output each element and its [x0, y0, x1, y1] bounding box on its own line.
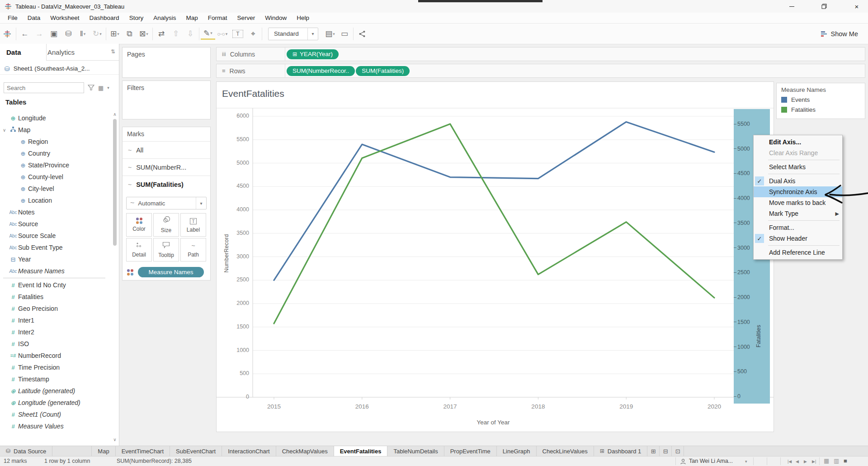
go-next-icon[interactable]: ▶	[804, 459, 807, 464]
close-button[interactable]: ×	[846, 0, 867, 13]
show-hide-cards-icon[interactable]: ▤▾	[323, 27, 337, 41]
mark-type-dropdown[interactable]: ~ Automatic ▾	[126, 197, 207, 209]
field-year[interactable]: ⊟Year	[0, 253, 108, 265]
field-numberrecord[interactable]: =#NumberRecord	[0, 350, 108, 361]
marks-row-all[interactable]: ~All	[123, 141, 210, 158]
go-first-icon[interactable]: |◀	[788, 459, 792, 464]
show-mark-labels-icon[interactable]: T	[232, 30, 243, 38]
menu-item-move-marks-to-back[interactable]: Move marks to back	[754, 197, 842, 208]
refresh-data-source-icon[interactable]: ↻▾	[90, 27, 104, 41]
pages-shelf[interactable]: Pages	[122, 47, 211, 78]
rows-shelf[interactable]: ≡ Rows SUM(NumberRecor..SUM(Fatalities)	[216, 64, 865, 78]
menu-story[interactable]: Story	[124, 13, 149, 24]
field-region[interactable]: ⊕Region	[0, 136, 108, 147]
chevron-down-icon[interactable]: ▾	[210, 31, 212, 35]
share-icon[interactable]	[355, 27, 369, 41]
swap-rows-columns-icon[interactable]: ⇄	[154, 27, 169, 41]
highlight-icon[interactable]: ✎▾	[201, 28, 215, 40]
tab-analytics[interactable]: Analytics	[47, 44, 75, 61]
fit-selector[interactable]: Standard ▾	[268, 28, 318, 40]
tableau-logo-icon[interactable]	[0, 27, 14, 41]
sheet-tab-dashboard-1[interactable]: ⊞Dashboard 1	[594, 446, 648, 456]
save-icon[interactable]: ▣	[47, 27, 61, 41]
menu-item-show-header[interactable]: ✓Show Header	[754, 233, 842, 244]
expander-chevron-icon[interactable]: ∨	[3, 128, 6, 133]
field-country[interactable]: ⊕Country	[0, 147, 108, 159]
show-filmstrip-icon[interactable]: ▥	[834, 457, 839, 464]
field-time-precision[interactable]: #Time Precision	[0, 361, 108, 373]
minimize-button[interactable]	[781, 0, 802, 13]
marks-button-path[interactable]: ~Path	[180, 238, 206, 262]
menu-item-clear-axis-range[interactable]: Clear Axis Range	[754, 147, 842, 158]
go-last-icon[interactable]: ▶|	[812, 459, 816, 464]
marks-button-detail[interactable]: Detail	[126, 238, 152, 262]
sheet-tab-propeventtime[interactable]: PropEventTime	[444, 446, 497, 456]
field-sub-event-type[interactable]: AbcSub Event Type	[0, 242, 108, 253]
marks-row-sum-fatalities[interactable]: ~SUM(Fatalities)	[123, 176, 210, 193]
field-county-level[interactable]: ⊕County-level	[0, 171, 108, 183]
field-city-level[interactable]: ⊕City-level	[0, 183, 108, 195]
sheet-tab-data-source[interactable]: ⛁Data Source	[0, 446, 52, 456]
sort-ascending-icon[interactable]: ⇧	[169, 27, 183, 41]
scroll-up-icon[interactable]: ∧	[112, 112, 118, 117]
menu-item-edit-axis[interactable]: Edit Axis...	[754, 137, 842, 147]
clear-sheet-icon[interactable]: ⊠▾	[137, 27, 151, 41]
measure-names-pill[interactable]: Measure Names	[138, 267, 204, 277]
field-source[interactable]: AbcSource	[0, 218, 108, 230]
go-previous-icon[interactable]: ◀	[796, 459, 799, 464]
sheet-tab-interactionchart[interactable]: InteractionChart	[222, 446, 276, 456]
sheet-tab-subeventchart[interactable]: SubEventChart	[170, 446, 222, 456]
tab-data[interactable]: Data	[0, 44, 47, 61]
chevron-down-icon[interactable]: ▾	[99, 32, 102, 36]
field-fatalities[interactable]: #Fatalities	[0, 291, 108, 303]
data-source-item[interactable]: ⛁ Sheet1 (Southeast-Asia_2...	[0, 63, 119, 75]
menu-format[interactable]: Format	[203, 13, 232, 24]
sheet-tab-map[interactable]: Map	[92, 446, 115, 456]
marks-row-sum-numberr[interactable]: ~SUM(NumberR...	[123, 158, 210, 176]
field-map[interactable]: ∨Map	[0, 124, 108, 136]
filters-shelf[interactable]: Filters	[122, 81, 211, 119]
new-worksheet-button[interactable]: ⊞	[647, 446, 660, 456]
new-story-button[interactable]: ⊡	[672, 446, 684, 456]
current-user[interactable]: Tan Wei Li Ama...	[689, 458, 733, 464]
menu-worksheet[interactable]: Worksheet	[45, 13, 84, 24]
legend-item-events[interactable]: Events	[781, 95, 865, 104]
menu-item-synchronize-axis[interactable]: Synchronize Axis	[754, 186, 842, 197]
show-me-button[interactable]: Show Me	[821, 24, 858, 44]
menu-data[interactable]: Data	[23, 13, 46, 24]
data-pane-scrollbar[interactable]: ∧ ∨	[112, 112, 118, 442]
group-members-icon[interactable]: ⧟▾	[215, 27, 230, 41]
menu-server[interactable]: Server	[232, 13, 260, 24]
left-axis-title[interactable]: NumberRecord	[223, 231, 230, 276]
field-location[interactable]: ⊕Location	[0, 195, 108, 206]
sheet-tab-eventfatalities[interactable]: EventFatalities	[334, 446, 388, 456]
menu-analysis[interactable]: Analysis	[148, 13, 181, 24]
field-geo-precision[interactable]: #Geo Precision	[0, 303, 108, 314]
field-source-scale[interactable]: AbcSource Scale	[0, 230, 108, 242]
search-input[interactable]	[4, 85, 89, 91]
field-notes[interactable]: AbcNotes	[0, 206, 108, 218]
marks-button-label[interactable]: TLabel	[180, 213, 206, 237]
sheet-tab-eventtimechart[interactable]: EventTimeChart	[116, 446, 170, 456]
menu-dashboard[interactable]: Dashboard	[85, 13, 124, 24]
new-worksheet-icon[interactable]: ⊞▾	[108, 27, 122, 41]
menu-help[interactable]: Help	[292, 13, 314, 24]
chevron-down-icon[interactable]: ▾	[84, 32, 86, 36]
menu-item-add-reference-line[interactable]: Add Reference Line	[754, 247, 842, 258]
redo-icon[interactable]: →	[32, 27, 47, 41]
scrollbar-thumb[interactable]	[113, 119, 117, 246]
chevron-down-icon[interactable]: ▾	[226, 32, 228, 36]
field-latitude-generated[interactable]: ⊕Latitude (generated)	[0, 385, 108, 397]
field-measure-values[interactable]: #Measure Values	[0, 420, 108, 432]
chevron-down-icon[interactable]: ▾	[307, 28, 318, 40]
chevron-down-icon[interactable]: ▾	[745, 459, 747, 464]
field-inter1[interactable]: #Inter1	[0, 314, 108, 326]
menu-file[interactable]: File	[3, 13, 23, 24]
new-dashboard-button[interactable]: ⊟	[660, 446, 672, 456]
legend-item-fatalities[interactable]: Fatalities	[781, 105, 865, 114]
field-longitude-generated[interactable]: ⊕Longitude (generated)	[0, 397, 108, 409]
presentation-mode-icon[interactable]: ▭	[337, 27, 352, 41]
columns-shelf[interactable]: iii Columns ⊞YEAR(Year)	[216, 47, 865, 61]
field-longitude[interactable]: ⊕Longitude	[0, 112, 108, 124]
restore-button[interactable]	[814, 0, 835, 13]
